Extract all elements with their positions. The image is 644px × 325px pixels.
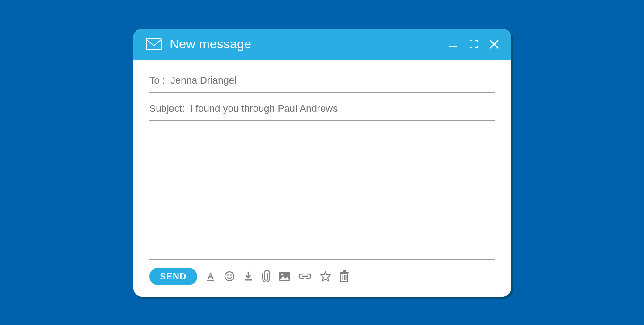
- svg-rect-10: [340, 272, 349, 273]
- download-icon[interactable]: [243, 271, 254, 282]
- svg-rect-1: [449, 46, 457, 47]
- to-input[interactable]: [169, 74, 495, 87]
- subject-label: Subject:: [149, 103, 185, 114]
- subject-field-row: Subject:: [149, 99, 495, 121]
- minimize-icon[interactable]: [449, 40, 458, 49]
- compose-window: New message: [133, 29, 511, 297]
- compose-title: New message: [170, 37, 252, 51]
- to-field-row: To :: [149, 71, 495, 93]
- fullscreen-icon[interactable]: [469, 40, 478, 49]
- svg-point-5: [230, 274, 232, 276]
- subject-input[interactable]: [189, 102, 495, 115]
- svg-rect-11: [343, 270, 346, 272]
- send-button[interactable]: SEND: [149, 268, 198, 285]
- body-input[interactable]: [149, 121, 495, 259]
- star-icon[interactable]: [320, 270, 331, 282]
- svg-rect-0: [146, 39, 161, 50]
- svg-point-3: [225, 272, 234, 281]
- tool-icons: [205, 270, 349, 282]
- header-title-wrap: New message: [146, 37, 449, 51]
- compose-header: New message: [133, 29, 511, 60]
- fields-area: To : Subject:: [133, 60, 511, 121]
- image-icon[interactable]: [279, 271, 290, 281]
- link-icon[interactable]: [298, 273, 312, 280]
- svg-point-8: [281, 274, 284, 276]
- svg-rect-2: [207, 280, 214, 281]
- text-format-icon[interactable]: [205, 271, 216, 282]
- header-controls: [449, 40, 499, 49]
- body-area: [149, 121, 495, 260]
- close-icon[interactable]: [490, 40, 499, 49]
- emoji-icon[interactable]: [224, 271, 235, 282]
- to-label: To :: [149, 75, 165, 86]
- svg-rect-6: [245, 279, 252, 281]
- envelope-icon: [146, 38, 162, 50]
- svg-point-4: [227, 274, 229, 276]
- trash-icon[interactable]: [339, 270, 349, 282]
- compose-toolbar: SEND: [133, 260, 511, 297]
- attachment-icon[interactable]: [262, 270, 271, 282]
